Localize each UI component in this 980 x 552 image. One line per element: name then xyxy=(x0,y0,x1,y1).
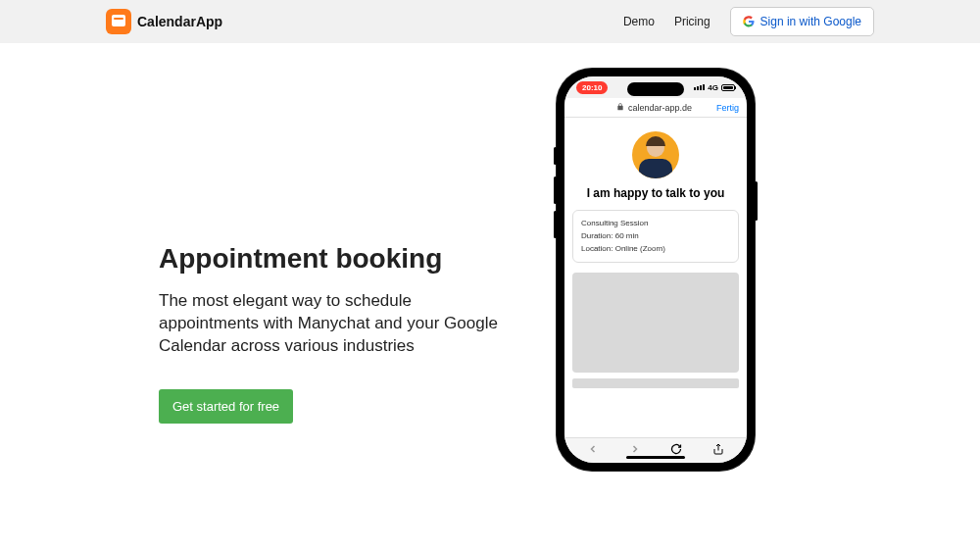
dynamic-island xyxy=(627,82,684,96)
session-info-card: Consulting Session Duration: 60 min Loca… xyxy=(572,210,739,263)
signal-icon xyxy=(694,84,705,90)
signin-label: Sign in with Google xyxy=(760,15,861,28)
nav-pricing[interactable]: Pricing xyxy=(674,15,710,28)
lock-icon xyxy=(616,103,624,113)
host-avatar xyxy=(632,131,679,178)
url-display: calendar-app.de xyxy=(616,103,692,113)
calendar-logo-icon xyxy=(106,9,131,34)
browser-bottom-nav xyxy=(564,437,747,463)
phone-power-button xyxy=(755,181,758,221)
top-nav: Demo Pricing Sign in with Google xyxy=(623,7,874,36)
phone-mockup: 20:10 4G calendar-app.de F xyxy=(557,69,755,471)
hero-title: Appointment booking xyxy=(159,243,512,275)
brand[interactable]: CalendarApp xyxy=(106,9,222,34)
battery-icon xyxy=(721,84,735,91)
session-duration: Duration: 60 min xyxy=(581,230,730,243)
nav-demo[interactable]: Demo xyxy=(623,15,655,28)
booking-page: I am happy to talk to you Consulting Ses… xyxy=(564,118,747,437)
main-content: Appointment booking The most elegant way… xyxy=(0,43,980,424)
site-header: CalendarApp Demo Pricing Sign in with Go… xyxy=(0,0,980,43)
calendar-placeholder xyxy=(572,273,739,373)
phone-volume-down xyxy=(554,211,557,238)
page-headline: I am happy to talk to you xyxy=(572,186,739,200)
phone-volume-up xyxy=(554,176,557,204)
browser-done-button[interactable]: Fertig xyxy=(716,103,739,113)
google-icon xyxy=(743,16,755,27)
phone-frame: 20:10 4G calendar-app.de F xyxy=(557,69,755,471)
loading-bar-placeholder xyxy=(572,378,739,388)
get-started-button[interactable]: Get started for free xyxy=(159,389,293,424)
status-time: 20:10 xyxy=(576,81,608,94)
phone-screen: 20:10 4G calendar-app.de F xyxy=(564,76,747,463)
brand-name: CalendarApp xyxy=(137,14,222,29)
home-indicator xyxy=(626,456,685,459)
status-indicators: 4G xyxy=(694,83,735,92)
phone-mute-switch xyxy=(554,147,557,165)
session-location: Location: Online (Zoom) xyxy=(581,243,730,256)
share-icon[interactable] xyxy=(712,443,724,458)
back-icon[interactable] xyxy=(587,443,599,458)
url-text: calendar-app.de xyxy=(628,103,692,113)
browser-url-bar: calendar-app.de Fertig xyxy=(564,98,747,118)
signin-google-button[interactable]: Sign in with Google xyxy=(730,7,874,36)
hero-subtitle: The most elegant way to schedule appoint… xyxy=(159,290,512,358)
session-title: Consulting Session xyxy=(581,218,730,230)
network-label: 4G xyxy=(708,83,718,92)
hero-section: Appointment booking The most elegant way… xyxy=(159,71,512,424)
